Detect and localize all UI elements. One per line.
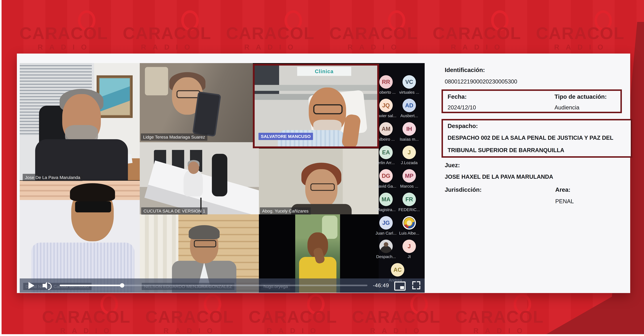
sunglasses — [75, 201, 111, 212]
participant-avatar: J — [402, 240, 416, 253]
fecha-label: Fecha: — [448, 93, 467, 100]
participant: VCvirtuales ... — [398, 75, 420, 95]
video-tile-abog — [259, 148, 379, 214]
eyeglasses — [194, 240, 216, 247]
video-tile-cucuta — [140, 142, 259, 214]
video-player-surface[interactable]: Jose De La Pava Marulanda Lidge Teresa M… — [20, 63, 425, 293]
name-chip-mancuso: SALVATORE MANCUSO — [258, 133, 313, 140]
juez-label: Juez: — [445, 162, 460, 169]
participant-name: FEDERIC... — [398, 207, 420, 212]
jurisdiccion-label: Jurisdicción: — [445, 186, 482, 193]
tipo-actuacion-label: Tipo de actuación: — [554, 93, 607, 100]
caracol-watermark: CARACOLRADIO — [321, 10, 426, 53]
eyeglasses — [313, 104, 342, 114]
despacho-value-line1: DESPACHO 002 DE LA SALA PENAL DE JUSTICI… — [448, 135, 613, 141]
participant-avatar: AM — [379, 122, 393, 136]
area-value: PENAL — [555, 198, 574, 205]
participant: IHIsaías m... — [398, 122, 420, 142]
video-tile-david — [20, 181, 140, 293]
caracol-watermark: CARACOLRADIO — [424, 10, 530, 53]
progress-bar[interactable] — [60, 285, 368, 286]
participant-name: Magistra... — [375, 207, 397, 212]
participant-avatar: MP — [402, 169, 416, 183]
participant-name: Isaías m... — [398, 137, 420, 142]
participant-name: JI — [398, 254, 420, 259]
progress-fill — [60, 285, 122, 286]
caracol-watermark: CARACOLRADIO — [114, 10, 220, 53]
participant: ADAusbert... — [398, 99, 420, 118]
area-label: Area: — [555, 186, 570, 193]
person-figure — [70, 183, 115, 201]
window-dark — [255, 66, 279, 99]
fullscreen-button[interactable] — [412, 281, 420, 289]
participant-avatar: RR — [379, 75, 393, 89]
caracol-watermark: CARACOLRADIO — [344, 294, 449, 334]
participant-avatar: FR — [402, 193, 416, 206]
participant-avatar: J — [402, 146, 416, 159]
participant-avatar: AD — [402, 99, 416, 112]
lamp-light — [145, 67, 168, 95]
clinic-sign: Clinica — [297, 67, 351, 76]
participant-avatar: DG — [379, 169, 393, 183]
fecha-tipo-box: Fecha: Tipo de actuación: 2024/12/10 Aud… — [442, 89, 622, 113]
person-figure — [189, 225, 220, 239]
participant: JJ.Lozada — [398, 146, 420, 165]
participant-avatar: AC — [391, 263, 404, 276]
despacho-label: Despacho: — [448, 122, 478, 129]
eyeglasses — [310, 183, 335, 191]
participant-name: Despach... — [375, 254, 397, 259]
name-chip-lidge: Lidge Teresa Madariaga Suarez — [141, 133, 207, 141]
caracol-watermark: CARACOLRADIO — [218, 10, 323, 53]
bed-rail — [255, 85, 377, 91]
content-card: Jose De La Pava Marulanda Lidge Teresa M… — [17, 54, 630, 293]
photo-avatar — [379, 240, 393, 253]
player-control-bar: -46:49 — [20, 278, 425, 293]
participant-name: Ausbert... — [398, 113, 420, 118]
participants-sidebar[interactable]: RRRoberto ... VCvirtuales ... JQJavier s… — [379, 63, 425, 293]
video-tile-jose — [20, 63, 140, 180]
participant-avatar: VC — [402, 75, 416, 89]
participant-avatar: IH — [402, 122, 416, 136]
caracol-watermark: CARACOLRADIO — [447, 294, 552, 334]
participant-name: Juan Carl... — [375, 231, 397, 236]
despacho-box: Despacho: DESPACHO 002 DE LA SALA PENAL … — [442, 119, 632, 158]
caracol-watermark: CARACOLRADIO — [240, 294, 346, 334]
identificacion-label: Identificación: — [445, 66, 485, 73]
progress-handle[interactable] — [120, 283, 124, 288]
participant: Despach... — [375, 240, 397, 259]
caracol-watermark: CARACOLRADIO — [11, 10, 116, 53]
page: CARACOLRADIO CARACOLRADIO CARACOLRADIO C… — [0, 0, 644, 336]
time-remaining: -46:49 — [373, 282, 389, 288]
participant-name: Luis Albe... — [398, 231, 420, 236]
participant: JJI — [398, 240, 420, 259]
caracol-watermark: CARACOLRADIO — [34, 294, 139, 334]
participant: JGJuan Carl... — [375, 216, 397, 236]
participant-name: J.Lozada — [398, 160, 420, 165]
participant-avatar: MA — [379, 193, 393, 206]
person-figure — [188, 161, 199, 174]
participant: Luis Albe... — [398, 216, 420, 236]
participant-avatar: JG — [379, 216, 393, 230]
eyeglasses — [176, 90, 200, 98]
video-tile-lidge — [140, 63, 253, 142]
participant-name: Marcos ... — [398, 184, 420, 189]
participant: MAMagistra... — [375, 193, 397, 212]
caracol-watermark: CARACOLRADIO — [137, 294, 242, 334]
judiciary-seal-avatar — [402, 216, 416, 230]
participant: MPMarcos ... — [398, 169, 420, 189]
volume-icon[interactable] — [43, 282, 52, 289]
picture-in-picture-button[interactable] — [394, 282, 406, 291]
juez-value: JOSE HAXEL DE LA PAVA MARULANDA — [445, 174, 553, 180]
participant: DGDavid Ga... — [375, 169, 397, 189]
caracol-watermark: CARACOLRADIO — [528, 10, 633, 53]
participant-avatar: JQ — [379, 99, 393, 112]
name-chip-abog: Abog. Yucely Cañizares — [260, 207, 311, 215]
participant: FRFEDERIC... — [398, 193, 420, 212]
fecha-value: 2024/12/10 — [448, 104, 476, 111]
case-info-panel: Identificación: 08001221900020230005300 … — [428, 54, 630, 293]
participant-name: David Ga... — [375, 184, 397, 189]
despacho-value-line2: TRIBUNAL SUPERIOR DE BARRANQUILLA — [448, 147, 564, 153]
participant-name: virtuales ... — [398, 90, 420, 95]
play-icon[interactable] — [28, 282, 34, 289]
identificacion-value: 08001221900020230005300 — [445, 78, 517, 85]
